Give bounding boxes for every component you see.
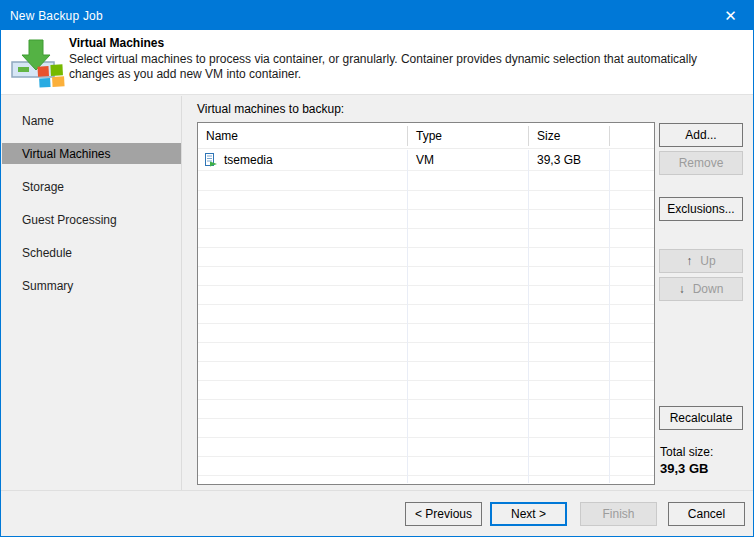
step-description: Select virtual machines to process via c… <box>69 52 745 82</box>
vm-list-label: Virtual machines to backup: <box>197 102 344 116</box>
table-row[interactable]: tsemedia VM 39,3 GB <box>198 149 654 171</box>
previous-button[interactable]: < Previous <box>405 502 482 526</box>
window-title: New Backup Job <box>1 9 103 23</box>
up-button-label: Up <box>700 254 715 268</box>
add-button[interactable]: Add... <box>659 123 743 147</box>
up-arrow-icon: ↑ <box>686 254 692 268</box>
sidebar-item-summary[interactable]: Summary <box>2 275 181 296</box>
cancel-button[interactable]: Cancel <box>668 502 745 526</box>
finish-button[interactable]: Finish <box>580 502 657 526</box>
vm-type: VM <box>408 153 529 167</box>
wizard-steps-sidebar: Name Virtual Machines Storage Guest Proc… <box>2 96 182 490</box>
title-bar: New Backup Job <box>1 1 753 30</box>
up-button[interactable]: ↑ Up <box>659 249 743 273</box>
sidebar-item-schedule[interactable]: Schedule <box>2 242 181 263</box>
vm-table[interactable]: Name Type Size tsemedia VM 39,3 GB <box>197 122 655 485</box>
column-gridline <box>609 150 610 483</box>
next-button[interactable]: Next > <box>490 502 567 526</box>
close-icon: ✕ <box>724 7 737 25</box>
new-backup-job-window: New Backup Job ✕ Virtual Machines Select… <box>0 0 754 537</box>
column-header-size[interactable]: Size <box>529 123 610 149</box>
column-header-type[interactable]: Type <box>408 123 529 149</box>
vm-table-header: Name Type Size <box>198 123 654 149</box>
down-button-label: Down <box>693 282 724 296</box>
column-divider[interactable] <box>609 126 610 146</box>
total-size-label: Total size: <box>660 445 713 459</box>
empty-rows-grid[interactable] <box>198 172 654 484</box>
remove-button[interactable]: Remove <box>659 151 743 175</box>
column-header-name[interactable]: Name <box>198 123 408 149</box>
wizard-header: Virtual Machines Select virtual machines… <box>1 30 753 95</box>
sidebar-item-virtual-machines[interactable]: Virtual Machines <box>2 143 181 164</box>
column-divider[interactable] <box>528 126 529 146</box>
sidebar-item-name[interactable]: Name <box>2 110 181 131</box>
column-gridline <box>528 150 529 483</box>
down-arrow-icon: ↓ <box>679 282 685 296</box>
down-button[interactable]: ↓ Down <box>659 277 743 301</box>
footer-bar: < Previous Next > Finish Cancel <box>1 490 753 536</box>
vm-icon <box>204 153 218 167</box>
backup-job-icon <box>11 37 65 89</box>
vm-name-cell: tsemedia <box>198 153 408 167</box>
sidebar-item-storage[interactable]: Storage <box>2 176 181 197</box>
column-gridline <box>407 150 408 483</box>
vm-name: tsemedia <box>224 153 273 167</box>
total-size-value: 39,3 GB <box>660 461 708 476</box>
exclusions-button[interactable]: Exclusions... <box>659 197 743 221</box>
sidebar-item-guest-processing[interactable]: Guest Processing <box>2 209 181 230</box>
step-title: Virtual Machines <box>69 36 164 50</box>
vm-size: 39,3 GB <box>529 153 610 167</box>
recalculate-button[interactable]: Recalculate <box>659 406 743 430</box>
close-button[interactable]: ✕ <box>708 1 753 30</box>
column-divider[interactable] <box>407 126 408 146</box>
